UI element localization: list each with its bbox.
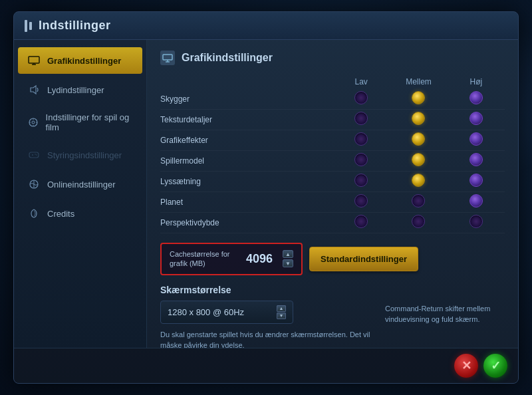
cache-label: Cachestørrelse for grafik (MB) (170, 249, 236, 269)
table-row: Skygger (160, 89, 505, 110)
warning-text: Du skal genstarte spillet hvis du ændrer… (160, 329, 374, 348)
cache-up-button[interactable]: ▲ (283, 250, 293, 258)
radio-cell-mellem[interactable] (390, 172, 447, 192)
row-label: Lyssætning (160, 172, 332, 192)
confirm-icon: ✓ (491, 358, 501, 373)
radio-cell-hoj[interactable] (448, 172, 505, 192)
hint-text: Command-Return skifter mellem vinduevisn… (385, 301, 505, 325)
radio-dot-hoj-5[interactable] (469, 194, 483, 207)
left-bottom: 1280 x 800 @ 60Hz ▲ ▼ Du skal genstarte … (160, 301, 374, 348)
radio-cell-hoj[interactable] (448, 151, 505, 172)
radio-dot-lav-2[interactable] (354, 132, 368, 146)
radio-dot-lav-1[interactable] (354, 112, 368, 125)
confirm-button[interactable]: ✓ (483, 354, 507, 378)
content-panel: Grafikindstillinger Lav Mellem Høj Skygg… (147, 40, 518, 348)
radio-dot-mellem-6[interactable] (412, 215, 425, 228)
radio-dot-mellem-1[interactable] (412, 112, 425, 125)
sidebar-item-credits-label: Credits (47, 209, 74, 219)
table-row: Planet (160, 192, 505, 213)
resolution-select[interactable]: 1280 x 800 @ 60Hz ▲ ▼ (160, 301, 293, 324)
resolution-down-arrow[interactable]: ▼ (277, 313, 286, 319)
resolution-up-arrow[interactable]: ▲ (277, 305, 286, 312)
monitor-icon (27, 54, 41, 67)
svg-rect-17 (163, 55, 172, 60)
screen-size-label: Skærmstørrelse (160, 285, 505, 295)
gamepad-icon (27, 148, 41, 162)
radio-dot-lav-3[interactable] (354, 153, 368, 166)
radio-dot-lav-4[interactable] (354, 174, 368, 187)
cache-down-button[interactable]: ▼ (283, 259, 293, 267)
section-title: Grafikindstillinger (182, 52, 273, 64)
row-label: Teksturdetaljer (160, 110, 332, 130)
radio-cell-lav[interactable] (332, 110, 390, 130)
radio-dot-hoj-2[interactable] (469, 132, 483, 146)
table-row: Grafikeffekter (160, 130, 505, 151)
sidebar-item-game-film-label: Indstillinger for spil og film (46, 112, 133, 132)
radio-cell-lav[interactable] (332, 151, 390, 172)
sidebar-item-graphics-label: Grafikindstillinger (47, 56, 121, 66)
table-row: Perspektivdybde (160, 213, 505, 233)
film-icon (27, 116, 39, 129)
radio-cell-mellem[interactable] (390, 89, 447, 110)
sound-icon (27, 83, 41, 96)
icon-bar-tall (25, 20, 27, 32)
radio-cell-hoj[interactable] (448, 89, 505, 110)
radio-cell-mellem[interactable] (390, 192, 447, 213)
resolution-arrows: ▲ ▼ (277, 305, 286, 319)
sidebar-item-graphics[interactable]: Grafikindstillinger (18, 47, 142, 74)
radio-dot-mellem-4[interactable] (412, 174, 425, 187)
cancel-icon: ✕ (462, 358, 471, 373)
section-monitor-icon (160, 51, 175, 65)
radio-dot-hoj-0[interactable] (469, 91, 483, 104)
table-row: Teksturdetaljer (160, 110, 505, 130)
radio-dot-mellem-3[interactable] (412, 153, 425, 166)
screen-section: Skærmstørrelse 1280 x 800 @ 60Hz ▲ ▼ Du … (160, 285, 505, 348)
radio-cell-mellem[interactable] (390, 213, 447, 233)
radio-cell-hoj[interactable] (448, 192, 505, 213)
radio-dot-lav-6[interactable] (354, 215, 368, 228)
radio-cell-hoj[interactable] (448, 130, 505, 151)
col-hoj: Høj (448, 74, 505, 89)
radio-cell-lav[interactable] (332, 89, 390, 110)
radio-dot-mellem-0[interactable] (412, 91, 425, 104)
default-settings-button[interactable]: Standardindstillinger (309, 247, 418, 271)
cancel-button[interactable]: ✕ (454, 354, 478, 378)
col-lav: Lav (332, 74, 390, 89)
radio-dot-mellem-2[interactable] (412, 132, 425, 146)
sidebar-item-game-film[interactable]: Indstillinger for spil og film (18, 106, 142, 139)
radio-dot-hoj-1[interactable] (469, 112, 483, 125)
radio-dot-hoj-3[interactable] (469, 153, 483, 166)
sidebar: Grafikindstillinger Lydindstillinger (14, 40, 147, 348)
radio-cell-lav[interactable] (332, 213, 390, 233)
sidebar-item-sound[interactable]: Lydindstillinger (18, 76, 142, 103)
radio-dot-mellem-5[interactable] (412, 194, 425, 207)
radio-cell-mellem[interactable] (390, 110, 447, 130)
resolution-value: 1280 x 800 @ 60Hz (168, 307, 273, 317)
radio-dot-hoj-4[interactable] (469, 174, 483, 187)
sidebar-item-controls[interactable]: Styringsindstillinger (18, 142, 142, 168)
row-label: Skygger (160, 89, 332, 110)
svg-marker-3 (31, 86, 36, 94)
radio-cell-lav[interactable] (332, 172, 390, 192)
svg-point-13 (35, 154, 36, 155)
radio-dot-hoj-6[interactable] (469, 215, 483, 228)
radio-dot-lav-0[interactable] (354, 91, 368, 104)
row-label: Planet (160, 192, 332, 213)
sidebar-item-online-label: Onlineindstillinger (47, 180, 116, 190)
radio-cell-mellem[interactable] (390, 151, 447, 172)
icon-bar-short (29, 22, 32, 30)
col-mellem: Mellem (390, 74, 447, 89)
radio-cell-mellem[interactable] (390, 130, 447, 151)
svg-point-14 (36, 154, 37, 156)
cache-spinner[interactable]: ▲ ▼ (283, 250, 293, 267)
svg-point-5 (32, 121, 35, 124)
sidebar-item-online[interactable]: Onlineindstillinger (18, 171, 142, 198)
radio-cell-lav[interactable] (332, 192, 390, 213)
radio-cell-lav[interactable] (332, 130, 390, 151)
sidebar-item-credits[interactable]: Credits (18, 200, 142, 227)
title-bar: Indstillinger (14, 12, 518, 40)
radio-cell-hoj[interactable] (448, 110, 505, 130)
row-label: Perspektivdybde (160, 213, 332, 233)
radio-cell-hoj[interactable] (448, 213, 505, 233)
radio-dot-lav-5[interactable] (354, 194, 368, 207)
